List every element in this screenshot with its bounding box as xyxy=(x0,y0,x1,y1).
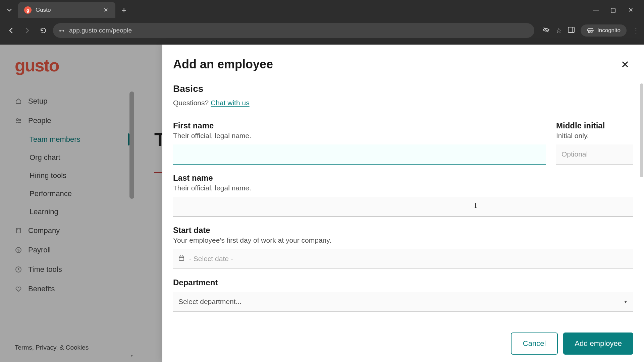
last-name-input[interactable] xyxy=(173,197,633,217)
department-label: Department xyxy=(173,278,633,287)
forward-button[interactable] xyxy=(21,24,34,37)
add-employee-button[interactable]: Add employee xyxy=(563,333,633,355)
select-placeholder: Select department... xyxy=(178,298,241,306)
side-panel-icon[interactable] xyxy=(568,27,575,35)
modal-body: Basics Questions? Chat with us First nam… xyxy=(162,79,644,326)
tab-title: Gusto xyxy=(36,7,102,13)
url-input[interactable]: ⊶ app.gusto.com/people xyxy=(53,23,534,38)
calendar-icon xyxy=(178,255,184,263)
middle-initial-help: Initial only. xyxy=(556,132,633,140)
modal-title: Add an employee xyxy=(173,57,273,71)
modal-backdrop[interactable] xyxy=(0,45,162,362)
tab-search-dropdown[interactable] xyxy=(3,4,15,16)
middle-initial-label: Middle initial xyxy=(556,121,633,130)
window-controls: — ▢ ✕ xyxy=(592,6,641,14)
tab-close-icon[interactable]: × xyxy=(102,6,109,14)
bookmark-star-icon[interactable]: ☆ xyxy=(556,26,562,35)
eye-off-icon[interactable] xyxy=(542,26,550,35)
first-name-label: First name xyxy=(173,121,546,130)
form-row: Last name Their official, legal name. xyxy=(173,173,633,217)
first-name-help: Their official, legal name. xyxy=(173,132,546,140)
middle-initial-group: Middle initial Initial only. xyxy=(556,121,633,165)
department-select[interactable]: Select department... ▼ xyxy=(173,292,633,312)
site-settings-icon[interactable]: ⊶ xyxy=(59,27,64,34)
cancel-button[interactable]: Cancel xyxy=(511,333,558,355)
browser-chrome: g Gusto × + — ▢ ✕ ⊶ app.gusto.com/people xyxy=(0,0,644,45)
first-name-input[interactable] xyxy=(173,144,546,165)
browser-tab[interactable]: g Gusto × xyxy=(18,2,115,18)
maximize-icon[interactable]: ▢ xyxy=(609,6,617,14)
reload-button[interactable] xyxy=(37,24,50,37)
svg-rect-10 xyxy=(179,256,184,260)
form-row: Start date Your employee's first day of … xyxy=(173,226,633,269)
kebab-menu-icon[interactable]: ⋮ xyxy=(633,26,639,35)
form-row: First name Their official, legal name. M… xyxy=(173,121,633,165)
incognito-label: Incognito xyxy=(597,27,621,34)
address-bar: ⊶ app.gusto.com/people ☆ Incognito ⋮ xyxy=(0,20,644,41)
address-actions: ☆ Incognito ⋮ xyxy=(542,24,639,37)
close-window-icon[interactable]: ✕ xyxy=(627,6,635,14)
last-name-help: Their official, legal name. xyxy=(173,184,633,192)
form-row: Department Select department... ▼ xyxy=(173,278,633,312)
modal-close-button[interactable]: ✕ xyxy=(621,59,629,70)
chevron-down-icon: ▼ xyxy=(623,299,628,304)
tab-bar: g Gusto × + — ▢ ✕ xyxy=(0,0,644,20)
section-title: Basics xyxy=(173,83,633,94)
modal-scrollbar[interactable] xyxy=(640,83,643,177)
back-button[interactable] xyxy=(5,24,17,37)
start-date-help: Your employee's first day of work at you… xyxy=(173,236,633,244)
add-employee-modal: Add an employee ✕ Basics Questions? Chat… xyxy=(162,45,644,362)
minimize-icon[interactable]: — xyxy=(592,6,600,14)
first-name-group: First name Their official, legal name. xyxy=(173,121,546,165)
gusto-favicon-icon: g xyxy=(24,6,32,14)
new-tab-button[interactable]: + xyxy=(121,5,126,15)
modal-footer: Cancel Add employee xyxy=(162,326,644,362)
incognito-icon xyxy=(587,28,594,33)
chat-link[interactable]: Chat with us xyxy=(211,99,250,107)
svg-rect-0 xyxy=(568,27,574,33)
incognito-badge[interactable]: Incognito xyxy=(581,24,627,37)
start-date-group: Start date Your employee's first day of … xyxy=(173,226,633,269)
last-name-label: Last name xyxy=(173,173,633,183)
modal-header: Add an employee ✕ xyxy=(162,45,644,79)
start-date-input[interactable]: - Select date - xyxy=(173,249,633,269)
help-text: Questions? Chat with us xyxy=(173,99,633,107)
url-text: app.gusto.com/people xyxy=(69,27,132,34)
start-date-label: Start date xyxy=(173,226,633,235)
date-placeholder: - Select date - xyxy=(189,255,233,263)
last-name-group: Last name Their official, legal name. xyxy=(173,173,633,217)
department-group: Department Select department... ▼ xyxy=(173,278,633,312)
middle-initial-input[interactable] xyxy=(556,144,633,165)
app-content: gusto Setup People Team members Org char… xyxy=(0,45,644,362)
